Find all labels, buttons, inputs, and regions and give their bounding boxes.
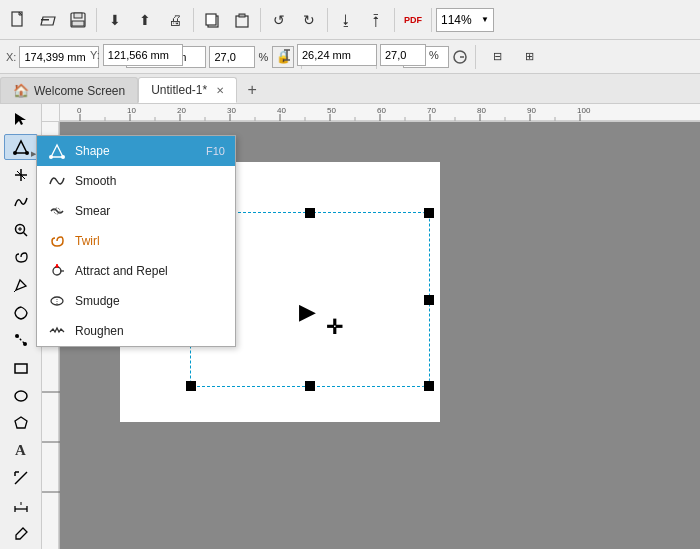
blob-tool-button[interactable]: [4, 299, 38, 326]
menu-smudge-label: Smudge: [75, 294, 120, 308]
menu-item-shape[interactable]: Shape F10: [37, 136, 235, 166]
handle-mr[interactable]: [424, 295, 434, 305]
svg-point-34: [15, 391, 27, 401]
svg-marker-19: [15, 113, 26, 125]
svg-marker-97: [55, 264, 59, 267]
transform-tool-button[interactable]: [4, 161, 38, 188]
tab-doc-label: Untitled-1*: [151, 83, 207, 97]
zoom-arrow-icon: ▼: [481, 15, 489, 24]
tab-doc[interactable]: Untitled-1* ✕: [138, 77, 237, 103]
pdf-button[interactable]: PDF: [399, 6, 427, 34]
tab-add-icon: +: [248, 81, 257, 99]
svg-rect-7: [206, 14, 216, 25]
rect-tool-button[interactable]: [4, 355, 38, 382]
tabs-bar: 🏠 Welcome Screen Untitled-1* ✕ +: [0, 74, 700, 104]
main-toolbar: ⬇ ⬆ 🖨 ↺ ↻ ⭳ ⭱ PDF 114% ▼: [0, 0, 700, 40]
menu-item-smooth[interactable]: Smooth: [37, 166, 235, 196]
ellipse-tool-button[interactable]: [4, 382, 38, 409]
dimension-tool-button[interactable]: [4, 493, 38, 520]
spiral-tool-button[interactable]: [4, 244, 38, 271]
tab-close-icon[interactable]: ✕: [216, 85, 224, 96]
tab-add-button[interactable]: +: [239, 77, 265, 103]
export-button[interactable]: ⬆: [131, 6, 159, 34]
svg-text:80: 80: [477, 106, 486, 115]
handle-tr[interactable]: [424, 208, 434, 218]
svg-rect-33: [15, 364, 27, 373]
menu-item-smear[interactable]: Smear: [37, 196, 235, 226]
menu-twirl-label: Twirl: [75, 234, 100, 248]
node-tool-dropdown: Shape F10 Smooth Smear Twirl Attract and…: [36, 135, 236, 347]
handle-bc[interactable]: [305, 381, 315, 391]
import-button[interactable]: ⬇: [101, 6, 129, 34]
x-coord-group: X:: [6, 46, 99, 68]
save-button[interactable]: [64, 6, 92, 34]
x-label: X:: [6, 51, 16, 63]
w-pct-input[interactable]: [209, 46, 255, 68]
node-tool-button[interactable]: ▶: [4, 134, 38, 161]
import2-button[interactable]: ⭳: [332, 6, 360, 34]
menu-item-attract[interactable]: Attract and Repel: [37, 256, 235, 286]
select-tool-button[interactable]: [4, 106, 38, 133]
h-input[interactable]: [297, 44, 377, 66]
freehand-tool-button[interactable]: [4, 189, 38, 216]
svg-line-26: [23, 232, 27, 236]
svg-text:0: 0: [77, 106, 82, 115]
sep1: [96, 8, 97, 32]
svg-line-36: [15, 472, 27, 484]
menu-smear-label: Smear: [75, 204, 110, 218]
y-coord-group: Y:: [90, 44, 183, 66]
open-button[interactable]: [34, 6, 62, 34]
print-button[interactable]: 🖨: [161, 6, 189, 34]
text-tool-button[interactable]: A: [4, 438, 38, 465]
paste-button[interactable]: [228, 6, 256, 34]
handle-bl[interactable]: [186, 381, 196, 391]
zoom-tool-button[interactable]: [4, 217, 38, 244]
h-pct-input[interactable]: [380, 44, 426, 66]
zoom-value: 114%: [441, 13, 472, 27]
tab-welcome-label: Welcome Screen: [34, 84, 125, 98]
handle-br[interactable]: [424, 381, 434, 391]
menu-roughen-label: Roughen: [75, 324, 124, 338]
menu-attract-label: Attract and Repel: [75, 264, 168, 278]
handle-tc[interactable]: [305, 208, 315, 218]
export2-button[interactable]: ⭱: [362, 6, 390, 34]
sub-arrow-icon: ▶: [31, 150, 36, 158]
svg-text:100: 100: [577, 106, 591, 115]
x-input[interactable]: [19, 46, 99, 68]
ruler-row: 0 10 20 30 40 50 60 70 80 90 100: [42, 104, 700, 122]
connector-tool-button[interactable]: [4, 327, 38, 354]
smudge-tool-icon: [47, 291, 67, 311]
sep-c3: [475, 45, 476, 69]
svg-rect-2: [41, 19, 49, 21]
sep5: [394, 8, 395, 32]
polygon-tool-button[interactable]: [4, 410, 38, 437]
line-tool-button[interactable]: [4, 465, 38, 492]
svg-rect-5: [72, 21, 84, 26]
arrow-cursor: ▶: [299, 301, 316, 323]
new-button[interactable]: [4, 6, 32, 34]
svg-text:90: 90: [527, 106, 536, 115]
eyedropper-tool-button[interactable]: [4, 520, 38, 547]
redo-button[interactable]: ↻: [295, 6, 323, 34]
zoom-box[interactable]: 114% ▼: [436, 8, 494, 32]
sep3: [260, 8, 261, 32]
menu-item-smudge[interactable]: Smudge: [37, 286, 235, 316]
w-pct-label: %: [258, 51, 268, 63]
menu-item-roughen[interactable]: Roughen: [37, 316, 235, 346]
pen-tool-button[interactable]: [4, 272, 38, 299]
menu-item-twirl[interactable]: Twirl: [37, 226, 235, 256]
tab-welcome[interactable]: 🏠 Welcome Screen: [0, 77, 138, 103]
align-btn[interactable]: ⊞: [515, 43, 543, 71]
undo-button[interactable]: ↺: [265, 6, 293, 34]
menu-shape-shortcut: F10: [206, 145, 225, 157]
copy-button[interactable]: [198, 6, 226, 34]
y-input[interactable]: [103, 44, 183, 66]
sep4: [327, 8, 328, 32]
transform-btn[interactable]: ⊟: [483, 43, 511, 71]
svg-point-21: [25, 151, 29, 155]
sep2: [193, 8, 194, 32]
attract-tool-icon: [47, 261, 67, 281]
rotation2-icon: [452, 49, 468, 65]
sep6: [431, 8, 432, 32]
cross-cursor: ✛: [326, 315, 343, 339]
